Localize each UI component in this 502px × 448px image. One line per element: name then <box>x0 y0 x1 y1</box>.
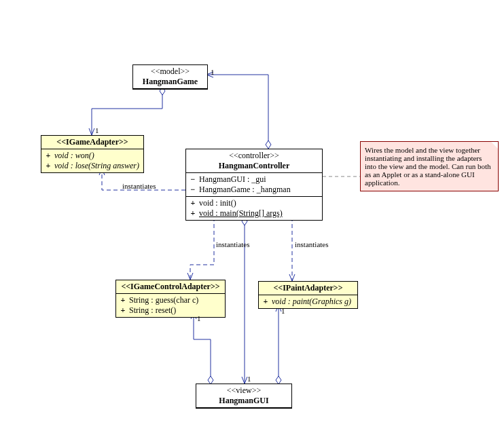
interface-ipaintadapter: <<IPaintAdapter>> + void : paint(Graphic… <box>258 281 358 309</box>
multiplicity: 1 <box>211 68 215 76</box>
method: + void : won() <box>44 151 141 161</box>
class-header: <<IGameAdapter>> <box>41 136 143 149</box>
class-name: HangmanGUI <box>199 396 289 406</box>
class-header: <<IGameControlAdapter>> <box>116 280 225 294</box>
multiplicity: 1 <box>95 126 99 134</box>
stereotype: <<IGameControlAdapter>> <box>121 282 219 291</box>
edge-label-instantiates: instantiates <box>216 240 250 248</box>
method: + String : guess(char c) <box>119 295 222 305</box>
multiplicity: 1 <box>197 314 201 322</box>
multiplicity: 1 <box>247 375 251 383</box>
edge-label-instantiates: instantiates <box>122 182 156 190</box>
operations: + void : init() + void : main(String[] a… <box>186 197 322 220</box>
connectors <box>0 0 502 448</box>
operations: + void : paint(Graphics g) <box>259 295 357 308</box>
multiplicity: 1 <box>281 307 285 315</box>
note-text: Wires the model and the view together in… <box>365 146 490 187</box>
method: + void : main(String[] args) <box>189 208 319 219</box>
class-header: <<controller>> HangmanController <box>186 149 322 173</box>
method: + void : init() <box>189 198 319 208</box>
stereotype: <<view>> <box>199 386 289 396</box>
class-name: HangmanGame <box>136 77 204 87</box>
stereotype: <<model>> <box>136 67 204 77</box>
method: + String : reset() <box>119 305 222 316</box>
class-hangman-controller: <<controller>> HangmanController − Hangm… <box>185 149 323 221</box>
interface-igameadapter: <<IGameAdapter>> + void : won() + void :… <box>41 135 144 173</box>
operations: + String : guess(char c) + String : rese… <box>116 294 225 317</box>
edge-label-instantiates: instantiates <box>295 240 329 248</box>
class-header: <<model>> HangmanGame <box>133 65 207 89</box>
method: + void : paint(Graphics g) <box>262 297 355 307</box>
note: Wires the model and the view together in… <box>360 141 499 191</box>
class-hangman-game: <<model>> HangmanGame <box>132 64 208 90</box>
attributes: − HangmanGUI : _gui − HangmanGame : _han… <box>186 173 322 197</box>
class-hangman-gui: <<view>> HangmanGUI <box>196 384 292 409</box>
class-header: <<view>> HangmanGUI <box>196 384 291 408</box>
class-name: HangmanController <box>189 161 319 171</box>
attribute: − HangmanGame : _hangman <box>189 185 319 195</box>
attribute: − HangmanGUI : _gui <box>189 174 319 185</box>
interface-igamecontroladapter: <<IGameControlAdapter>> + String : guess… <box>115 280 226 318</box>
class-header: <<IPaintAdapter>> <box>259 282 357 295</box>
operations: + void : won() + void : lose(String answ… <box>41 149 143 172</box>
method: + void : lose(String answer) <box>44 161 141 171</box>
stereotype: <<controller>> <box>189 151 319 161</box>
stereotype: <<IPaintAdapter>> <box>273 283 342 293</box>
stereotype: <<IGameAdapter>> <box>56 137 128 147</box>
